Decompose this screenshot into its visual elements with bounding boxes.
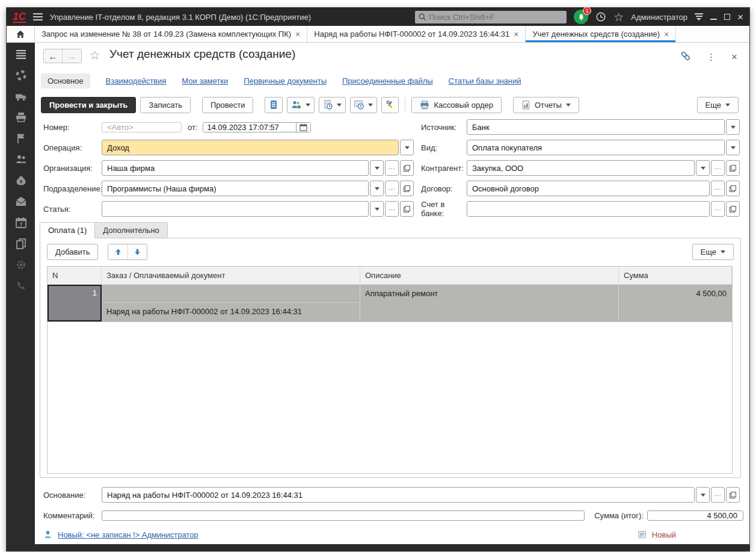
organization-choose-button[interactable]: ... [385, 160, 399, 176]
contract-input[interactable] [467, 181, 710, 196]
contract-choose-button[interactable]: ... [711, 181, 725, 196]
reports-menu-button[interactable]: Отчеты [513, 97, 579, 113]
cell-sum[interactable]: 4 500,00 [619, 285, 732, 321]
organization-open-button[interactable] [400, 160, 414, 176]
col-n[interactable]: N [48, 267, 102, 285]
navlink-notes[interactable]: Мои заметки [182, 76, 228, 85]
cell-row-number[interactable]: 1 [48, 285, 102, 321]
tab-home[interactable] [7, 26, 35, 42]
kind-dropdown-button[interactable] [726, 140, 740, 155]
tab-work-order[interactable]: Наряд на работы НФIT-000002 от 14.09.202… [307, 26, 526, 42]
form-close-icon[interactable]: × [731, 51, 737, 63]
tasks-flag-icon[interactable] [14, 132, 28, 145]
counterparty-input[interactable] [467, 160, 695, 176]
counterparty-choose-button[interactable]: ... [711, 160, 725, 176]
post-and-close-button[interactable]: Провести и закрыть [41, 97, 136, 113]
grid-more-button[interactable]: Еще [692, 244, 734, 260]
minimize-icon[interactable] [710, 19, 717, 20]
main-menu-icon[interactable] [33, 13, 43, 20]
document-schedule-menu-button[interactable] [319, 97, 346, 113]
navlink-interactions[interactable]: Взаимодействия [106, 76, 167, 85]
comment-input[interactable] [102, 510, 585, 521]
operation-dropdown-button[interactable] [400, 140, 414, 155]
navlink-kb-articles[interactable]: Статьи базы знаний [449, 76, 521, 85]
tab-payment[interactable]: Оплата (1) [40, 222, 95, 238]
navlink-primary-docs[interactable]: Первичные документы [244, 76, 327, 85]
employees-icon[interactable] [14, 153, 28, 166]
forward-button[interactable]: → [63, 49, 81, 63]
counterparty-dropdown-button[interactable] [696, 160, 710, 176]
department-choose-button[interactable]: ... [385, 181, 399, 196]
print-icon[interactable] [14, 111, 28, 124]
tab-close-icon[interactable]: × [514, 29, 518, 39]
tab-additional[interactable]: Дополнительно [95, 222, 168, 238]
delivery-icon[interactable] [14, 90, 28, 103]
service-tools-button[interactable] [381, 97, 399, 113]
save-button[interactable]: Записать [140, 97, 191, 113]
tab-close-icon[interactable]: × [664, 29, 669, 39]
article-input[interactable] [102, 201, 369, 217]
desktop-icon[interactable] [14, 69, 28, 82]
budget-icon[interactable]: $ [14, 174, 28, 187]
organization-input[interactable] [102, 160, 369, 176]
base-dropdown-button[interactable] [696, 487, 710, 503]
menu-icon[interactable] [14, 48, 28, 61]
bank-account-choose-button[interactable]: ... [711, 201, 725, 217]
favorites-icon[interactable]: ☆ [613, 10, 624, 24]
total-input[interactable] [647, 510, 743, 521]
settings-gear-icon[interactable] [14, 258, 28, 271]
operation-input[interactable] [102, 140, 399, 155]
maximize-icon[interactable] [724, 14, 730, 20]
navlink-main[interactable]: Основное [41, 73, 90, 88]
col-sum[interactable]: Сумма [619, 267, 732, 285]
more-menu-icon[interactable]: ⋮ [707, 52, 716, 63]
discussions-icon[interactable] [695, 13, 703, 20]
navlink-attached-files[interactable]: Присоединенные файлы [342, 76, 433, 85]
article-open-button[interactable] [400, 201, 414, 217]
status-link[interactable]: Новый: <не записан !> Администратор [58, 530, 198, 539]
more-actions-button[interactable]: Еще [697, 97, 739, 113]
documents-icon[interactable] [14, 237, 28, 250]
col-order-doc[interactable]: Заказ / Оплачиваемый документ [102, 267, 360, 285]
tab-close-icon[interactable]: × [295, 29, 300, 39]
back-button[interactable]: ← [44, 49, 63, 63]
cash-order-button[interactable]: Кассовый ордер [411, 97, 502, 113]
base-input[interactable] [102, 487, 695, 503]
window-close-icon[interactable]: × [737, 12, 743, 22]
favorite-star-icon[interactable]: ☆ [89, 48, 100, 63]
cell-description[interactable]: Аппаратный ремонт [360, 285, 619, 321]
bank-account-open-button[interactable] [726, 201, 740, 217]
base-open-button[interactable] [726, 487, 740, 503]
number-input[interactable] [102, 122, 182, 132]
cell-paid-document[interactable]: Наряд на работы НФIT-000002 от 14.09.202… [102, 303, 360, 321]
mail-icon[interactable] [14, 195, 28, 208]
organization-dropdown-button[interactable] [370, 160, 384, 176]
tab-change-request[interactable]: Запрос на изменение № 38 от 14.09.23 (За… [35, 26, 307, 42]
source-dropdown-button[interactable] [726, 119, 740, 135]
cell-order[interactable] [102, 285, 360, 303]
source-input[interactable] [467, 119, 725, 135]
department-input[interactable] [102, 181, 369, 196]
search-input[interactable] [429, 13, 564, 22]
col-description[interactable]: Описание [360, 267, 619, 285]
base-choose-button[interactable]: ... [711, 487, 725, 503]
add-row-button[interactable]: Добавить [47, 244, 98, 260]
table-row[interactable]: 1 Наряд на работы НФIT-000002 от 14.09.2… [48, 285, 732, 322]
support-phone-icon[interactable] [14, 279, 28, 293]
counterparty-open-button[interactable] [726, 160, 740, 176]
contract-open-button[interactable] [726, 181, 740, 196]
date-input[interactable] [203, 123, 296, 132]
assign-user-menu-button[interactable] [287, 97, 315, 113]
register-records-button[interactable] [265, 97, 283, 113]
article-choose-button[interactable]: ... [385, 201, 399, 217]
notifications-icon[interactable]: 1 [574, 10, 588, 24]
post-button[interactable]: Провести [202, 97, 254, 113]
bank-account-input[interactable] [467, 201, 710, 217]
calendar-icon[interactable]: 7 [14, 216, 28, 229]
article-dropdown-button[interactable] [370, 201, 384, 217]
department-open-button[interactable] [400, 181, 414, 196]
history-icon[interactable] [595, 11, 606, 22]
move-down-button[interactable] [128, 244, 147, 259]
cell-order-doc[interactable]: Наряд на работы НФIT-000002 от 14.09.202… [102, 285, 360, 321]
move-up-button[interactable] [108, 244, 128, 259]
